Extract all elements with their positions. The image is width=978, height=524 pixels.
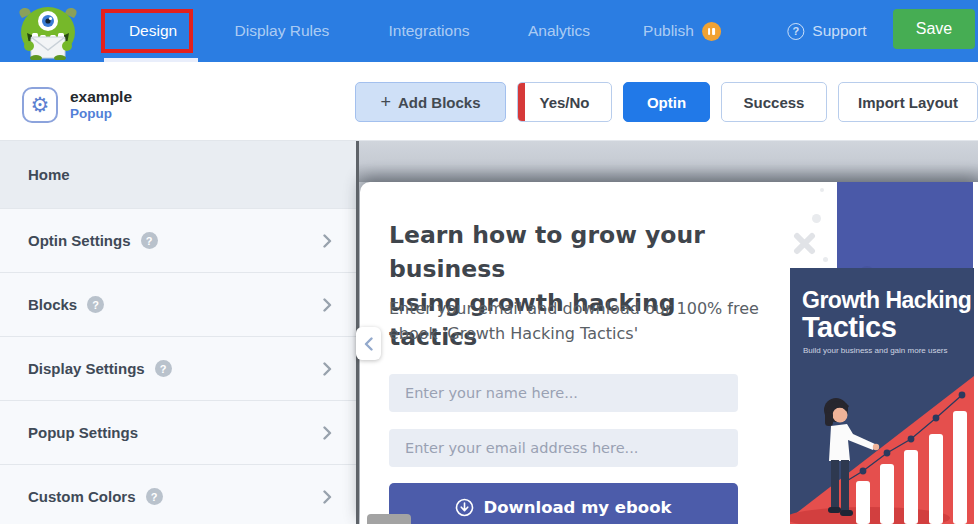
tab-analytics[interactable]: Analytics bbox=[528, 0, 590, 62]
cover-subtitle: Build your business and gain more users bbox=[803, 346, 948, 355]
decorative-dot bbox=[820, 188, 824, 192]
sidebar-collapse-button[interactable] bbox=[356, 327, 381, 360]
popup-description[interactable]: Enter your email and download our 100% f… bbox=[389, 296, 779, 346]
tab-publish[interactable]: Publish bbox=[643, 0, 721, 62]
decorative-dot bbox=[823, 257, 828, 262]
help-icon[interactable]: ? bbox=[141, 232, 158, 249]
optinmonster-builder: Design Display Rules Integrations Analyt… bbox=[0, 0, 978, 524]
optinmonster-logo-icon[interactable] bbox=[14, 4, 82, 60]
popup-preview: Learn how to grow your business using gr… bbox=[360, 182, 978, 524]
support-link[interactable]: ? Support bbox=[787, 0, 866, 62]
sidebar-item-blocks[interactable]: Blocks ? bbox=[0, 273, 356, 337]
yesno-accent-stripe bbox=[518, 83, 525, 121]
save-button[interactable]: Save bbox=[893, 9, 975, 49]
tab-display-rules[interactable]: Display Rules bbox=[235, 0, 330, 62]
name-field[interactable] bbox=[389, 374, 738, 412]
decorative-dot bbox=[812, 214, 821, 223]
help-icon[interactable]: ? bbox=[155, 360, 172, 377]
email-field[interactable] bbox=[389, 429, 738, 467]
ebook-cover-image: Growth Hacking Tactics Build your busine… bbox=[790, 268, 974, 524]
import-layout-button[interactable]: Import Layout bbox=[838, 82, 978, 122]
canvas-background bbox=[359, 141, 978, 182]
chevron-left-icon bbox=[364, 337, 373, 351]
plus-icon: + bbox=[380, 92, 391, 113]
design-sidebar: Home Optin Settings ? Blocks ? Display S… bbox=[0, 141, 356, 524]
help-icon[interactable]: ? bbox=[146, 488, 163, 505]
chevron-right-icon bbox=[323, 426, 332, 440]
chevron-right-icon bbox=[323, 234, 332, 248]
campaign-settings-gear-icon[interactable]: ⚙ bbox=[22, 87, 58, 123]
sidebar-item-custom-colors[interactable]: Custom Colors ? bbox=[0, 465, 356, 524]
annotation-highlight-box bbox=[101, 9, 193, 53]
download-circle-icon bbox=[455, 498, 474, 517]
cover-title-line2: Tactics bbox=[802, 311, 896, 343]
view-button-success[interactable]: Success bbox=[721, 82, 827, 122]
top-navigation-bar: Design Display Rules Integrations Analyt… bbox=[0, 0, 978, 62]
close-icon[interactable] bbox=[793, 232, 816, 255]
chevron-right-icon bbox=[323, 298, 332, 312]
tab-integrations[interactable]: Integrations bbox=[389, 0, 470, 62]
question-circle-icon: ? bbox=[787, 23, 804, 40]
sidebar-item-popup-settings[interactable]: Popup Settings bbox=[0, 401, 356, 465]
help-icon[interactable]: ? bbox=[87, 296, 104, 313]
sidebar-item-home[interactable]: Home bbox=[0, 141, 356, 209]
campaign-type: Popup bbox=[70, 106, 112, 121]
chevron-right-icon bbox=[323, 362, 332, 376]
campaign-toolbar: ⚙ example Popup + Add Blocks Yes/No Opti… bbox=[0, 62, 978, 141]
cover-title-line1: Growth Hacking bbox=[802, 287, 971, 313]
chevron-right-icon bbox=[323, 490, 332, 504]
sidebar-item-display-settings[interactable]: Display Settings ? bbox=[0, 337, 356, 401]
download-ebook-button[interactable]: Download my ebook bbox=[389, 483, 738, 524]
sidebar-item-optin-settings[interactable]: Optin Settings ? bbox=[0, 209, 356, 273]
add-blocks-button[interactable]: + Add Blocks bbox=[355, 82, 506, 122]
campaign-name: example bbox=[70, 88, 132, 106]
paused-status-icon bbox=[702, 22, 721, 41]
view-button-yesno[interactable]: Yes/No bbox=[517, 82, 612, 122]
preview-bottom-left-control[interactable] bbox=[367, 514, 411, 524]
view-button-optin[interactable]: Optin bbox=[623, 82, 710, 122]
preview-canvas: Learn how to grow your business using gr… bbox=[359, 141, 978, 524]
